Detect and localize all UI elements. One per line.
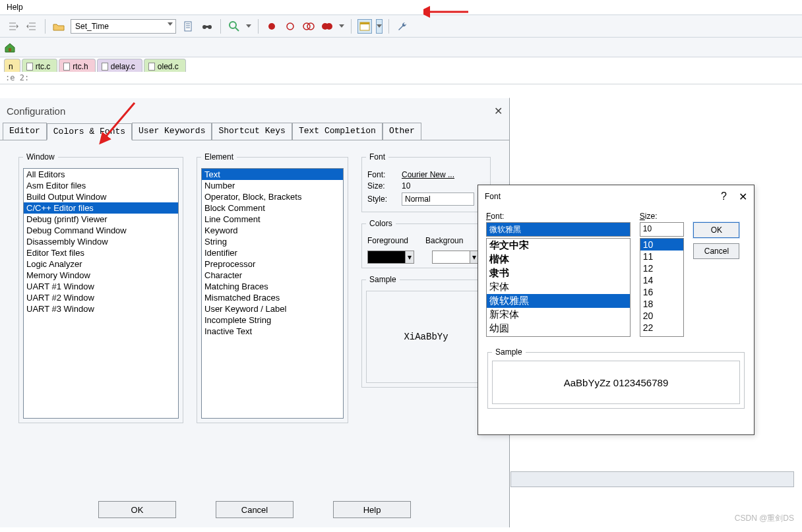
menu-help[interactable]: Help: [7, 3, 23, 12]
list-item[interactable]: Matching Braces: [202, 281, 343, 292]
red-dot-icon[interactable]: [264, 19, 279, 34]
font-listbox[interactable]: 华文中宋楷体隶书宋体微软雅黑新宋体幼圆: [486, 238, 631, 337]
list-item[interactable]: UART #1 Window: [24, 281, 178, 292]
list-item[interactable]: All Editors: [24, 169, 178, 180]
file-tab-partial[interactable]: n: [4, 59, 20, 72]
wrench-icon[interactable]: [395, 19, 410, 34]
list-item[interactable]: UART #2 Window: [24, 292, 178, 303]
main-toolbar: Set_Time: [0, 15, 802, 38]
list-item[interactable]: Asm Editor files: [24, 180, 178, 191]
list-item[interactable]: Inactive Text: [202, 326, 343, 337]
svg-rect-13: [360, 22, 369, 24]
tab-shortcut-keys[interactable]: Shortcut Keys: [212, 123, 292, 140]
list-item[interactable]: 隶书: [487, 266, 630, 280]
list-item[interactable]: Incomplete String: [202, 314, 343, 326]
font-value[interactable]: Courier New ...: [402, 170, 485, 179]
list-item[interactable]: 微软雅黑: [487, 294, 630, 308]
ok-button[interactable]: OK: [98, 501, 176, 518]
indent-left-icon[interactable]: [6, 19, 20, 34]
list-item[interactable]: 11: [640, 251, 684, 262]
list-item[interactable]: Disassembly Window: [24, 236, 178, 247]
size-input[interactable]: 10: [640, 222, 685, 237]
list-item[interactable]: 华文中宋: [487, 239, 630, 252]
list-item[interactable]: UART #3 Window: [24, 303, 178, 314]
window-icon[interactable]: [357, 19, 372, 34]
indent-right-icon[interactable]: [24, 19, 39, 34]
style-select[interactable]: Normal: [402, 192, 474, 206]
list-item[interactable]: 14: [640, 274, 684, 286]
list-item[interactable]: Line Comment: [202, 214, 343, 225]
list-item[interactable]: Keyword: [202, 225, 343, 236]
cancel-button[interactable]: Cancel: [693, 243, 739, 259]
double-circle-icon[interactable]: [301, 19, 316, 34]
chevron-down-icon[interactable]: [376, 19, 383, 34]
cancel-button[interactable]: Cancel: [216, 501, 293, 518]
font-legend: Font: [366, 152, 388, 162]
file-tab-delay-c[interactable]: delay.c: [97, 59, 142, 72]
file-tab-oled-c[interactable]: oled.c: [144, 59, 186, 72]
function-dropdown[interactable]: Set_Time: [71, 19, 176, 34]
tab-colors-fonts[interactable]: Colors & Fonts: [47, 123, 132, 140]
list-item[interactable]: C/C++ Editor files: [24, 202, 178, 214]
list-item[interactable]: Character: [202, 270, 343, 281]
file-tab-rtc-h[interactable]: rtc.h: [59, 59, 95, 72]
list-item[interactable]: 新宋体: [487, 308, 630, 322]
tab-label: delay.c: [111, 62, 135, 71]
list-item[interactable]: User Keyword / Label: [202, 303, 343, 314]
list-item[interactable]: Operator, Block, Brackets: [202, 191, 343, 202]
list-item[interactable]: Block Comment: [202, 202, 343, 214]
file-tab-rtc-c[interactable]: rtc.c: [22, 59, 58, 72]
tab-other[interactable]: Other: [383, 123, 421, 140]
list-item[interactable]: Number: [202, 180, 343, 191]
folder-open-icon[interactable]: [51, 19, 66, 34]
chevron-down-icon[interactable]: ▾: [405, 251, 414, 264]
close-icon[interactable]: ✕: [739, 191, 747, 203]
element-listbox[interactable]: TextNumberOperator, Block, BracketsBlock…: [201, 168, 344, 419]
font-input[interactable]: 微软雅黑: [486, 222, 631, 237]
tab-text-completion[interactable]: Text Completion: [292, 123, 383, 140]
help-button[interactable]: Help: [333, 501, 411, 518]
dialog-title: Configuration: [7, 105, 65, 117]
list-item[interactable]: 22: [640, 322, 684, 334]
ok-button[interactable]: OK: [693, 222, 739, 238]
foreground-label: Foreground: [367, 236, 408, 245]
document-icon[interactable]: [181, 19, 196, 34]
list-item[interactable]: Debug Command Window: [24, 225, 178, 236]
list-item[interactable]: Debug (printf) Viewer: [24, 214, 178, 225]
close-icon[interactable]: ✕: [494, 105, 503, 117]
list-item[interactable]: 18: [640, 298, 684, 310]
background-color-button[interactable]: ▾: [432, 251, 470, 264]
list-item[interactable]: Memory Window: [24, 270, 178, 281]
help-icon[interactable]: ?: [721, 191, 727, 202]
window-listbox[interactable]: All EditorsAsm Editor filesBuild Output …: [23, 168, 179, 419]
home-icon[interactable]: [4, 42, 16, 53]
size-listbox[interactable]: 10111214161820222426: [640, 238, 685, 337]
annotation-arrow-icon: [423, 4, 470, 20]
chevron-down-icon[interactable]: [245, 19, 252, 34]
filled-circles-icon[interactable]: [320, 19, 334, 34]
list-item[interactable]: String: [202, 236, 343, 247]
zoom-icon[interactable]: [227, 19, 241, 34]
list-item[interactable]: Mismatched Braces: [202, 292, 343, 303]
list-item[interactable]: Text: [202, 169, 343, 180]
list-item[interactable]: Logic Analyzer: [24, 258, 178, 270]
list-item[interactable]: 楷体: [487, 252, 630, 266]
list-item[interactable]: 16: [640, 286, 684, 298]
tab-user-keywords[interactable]: User Keywords: [132, 123, 212, 140]
svg-point-4: [230, 22, 236, 28]
list-item[interactable]: 幼圆: [487, 322, 630, 336]
list-item[interactable]: 宋体: [487, 280, 630, 294]
list-item[interactable]: 12: [640, 262, 684, 274]
list-item[interactable]: Editor Text files: [24, 247, 178, 258]
list-item[interactable]: Build Output Window: [24, 191, 178, 202]
circle-icon[interactable]: [283, 19, 297, 34]
list-item[interactable]: Identifier: [202, 247, 343, 258]
list-item[interactable]: Preprocessor: [202, 258, 343, 270]
foreground-color-button[interactable]: ▾: [367, 251, 406, 264]
chevron-down-icon[interactable]: [338, 19, 345, 34]
list-item[interactable]: 20: [640, 310, 684, 322]
binoculars-icon[interactable]: [200, 19, 214, 34]
list-item[interactable]: 10: [640, 239, 684, 251]
tab-editor[interactable]: Editor: [3, 123, 47, 140]
list-item[interactable]: 24: [640, 334, 684, 337]
